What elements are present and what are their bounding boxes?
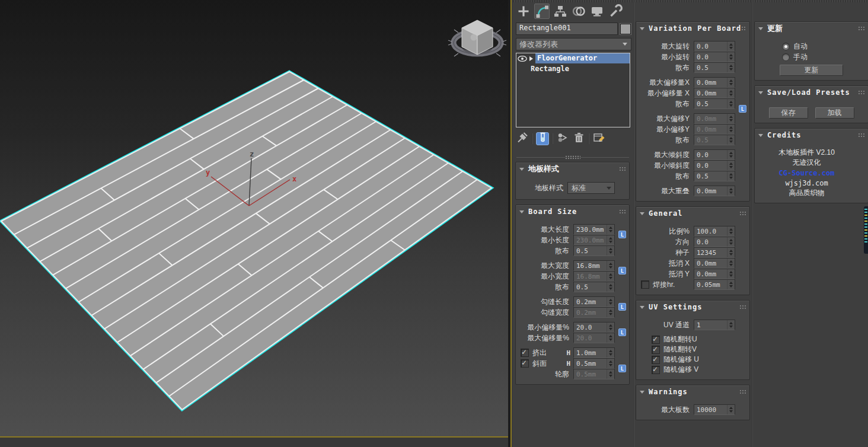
spinner-down-icon[interactable] <box>729 325 733 328</box>
spinner-arrows[interactable] <box>607 261 614 270</box>
expand-arrow-icon[interactable] <box>529 56 533 61</box>
modifier-list-dropdown[interactable]: 修改器列表 <box>516 38 631 50</box>
spinner-field[interactable]: 0.0mm <box>694 258 735 269</box>
spinner-value[interactable]: 0.0 <box>694 237 727 247</box>
spinner-value[interactable]: 0.0mm <box>694 258 727 268</box>
tab-modify[interactable] <box>534 4 550 19</box>
rollout-header[interactable]: Board Size <box>516 205 629 218</box>
spinner-field[interactable]: 0.5 <box>694 62 735 73</box>
spinner-up-icon[interactable] <box>729 188 733 190</box>
spinner-up-icon[interactable] <box>729 101 733 103</box>
spinner-value[interactable]: 0.5 <box>574 246 607 256</box>
spinner-up-icon[interactable] <box>729 260 733 263</box>
spinner-down-icon[interactable] <box>729 410 733 413</box>
spinner-value[interactable]: 1.0mm <box>574 348 607 357</box>
make-unique-button[interactable] <box>556 132 569 145</box>
spinner-value[interactable]: 0.0mm <box>694 88 727 98</box>
spinner-up-icon[interactable] <box>609 350 612 352</box>
viewport-3d[interactable]: x y z <box>0 0 508 438</box>
spinner-arrows[interactable] <box>607 323 614 332</box>
spinner-up-icon[interactable] <box>729 407 733 409</box>
spinner-arrows[interactable] <box>727 41 735 51</box>
spinner-arrows[interactable] <box>607 282 614 292</box>
spinner-down-icon[interactable] <box>609 288 612 290</box>
tab-display[interactable] <box>589 4 605 19</box>
spinner-up-icon[interactable] <box>729 271 733 273</box>
spinner-arrows[interactable] <box>727 161 735 170</box>
spinner-up-icon[interactable] <box>609 299 612 301</box>
spinner-down-icon[interactable] <box>609 266 612 269</box>
spinner-field[interactable]: 1.0mm <box>573 347 615 358</box>
spinner-value[interactable]: 0.5mm <box>574 359 607 368</box>
rollout-header[interactable]: Credits <box>755 129 868 142</box>
spinner-arrows[interactable] <box>727 171 735 181</box>
checkbox[interactable] <box>641 280 649 289</box>
spinner-field[interactable]: 0.0mm <box>694 88 735 98</box>
spinner-arrows[interactable] <box>727 150 735 159</box>
spinner-down-icon[interactable] <box>729 47 733 49</box>
spinner-value[interactable]: 0.05mm <box>694 280 727 289</box>
spinner-down-icon[interactable] <box>729 83 733 85</box>
spinner-value[interactable]: 0.0 <box>694 161 727 170</box>
rollout-collapse-arrow-icon[interactable] <box>640 306 644 309</box>
spinner-value[interactable]: 16.8mm <box>574 261 607 270</box>
spinner-arrows[interactable] <box>727 226 735 236</box>
spinner-field[interactable]: 0.0 <box>694 237 735 247</box>
spinner-arrows[interactable] <box>727 88 735 98</box>
spinner-arrows[interactable] <box>607 246 614 256</box>
rollout-header[interactable]: Variation Per Board <box>636 22 749 35</box>
spinner-value[interactable]: 0.5 <box>574 282 607 292</box>
rollout-header[interactable]: 更新 <box>755 22 868 35</box>
spinner-up-icon[interactable] <box>729 228 733 231</box>
spinner-field[interactable]: 0.0 <box>694 41 735 52</box>
spinner-down-icon[interactable] <box>729 285 733 288</box>
spinner-arrows[interactable] <box>607 297 614 306</box>
spinner-up-icon[interactable] <box>729 250 733 252</box>
rollout-collapse-arrow-icon[interactable] <box>640 391 644 394</box>
spinner-field[interactable]: 10000 <box>694 404 735 415</box>
spinner-down-icon[interactable] <box>609 302 612 305</box>
spinner-arrows[interactable] <box>727 405 735 414</box>
spinner-down-icon[interactable] <box>729 274 733 277</box>
load-preset-button[interactable]: 加载 <box>815 107 854 119</box>
spinner-field[interactable]: 0.0 <box>694 160 735 171</box>
rollout-collapse-arrow-icon[interactable] <box>640 212 644 215</box>
floor-style-dropdown[interactable]: 标准 <box>567 182 615 194</box>
pin-stack-button[interactable] <box>516 132 529 145</box>
spinner-down-icon[interactable] <box>729 264 733 266</box>
spinner-value[interactable]: 12345 <box>694 248 727 257</box>
checkbox[interactable] <box>521 359 529 368</box>
panel-splitter[interactable] <box>516 157 629 160</box>
spinner-up-icon[interactable] <box>729 65 733 67</box>
spinner-up-icon[interactable] <box>609 324 612 327</box>
checkbox[interactable] <box>652 346 660 354</box>
spinner-up-icon[interactable] <box>609 263 612 265</box>
spinner-up-icon[interactable] <box>609 360 612 363</box>
spinner-value[interactable]: 1 <box>694 320 727 330</box>
rollout-collapse-arrow-icon[interactable] <box>640 27 644 30</box>
spinner-arrows[interactable] <box>607 225 614 234</box>
spinner-field[interactable]: 0.5mm <box>573 358 615 369</box>
spinner-value[interactable]: 100.0 <box>694 226 727 236</box>
tab-motion[interactable] <box>571 4 586 19</box>
modifier-stack-item[interactable]: FloorGenerator <box>516 53 630 63</box>
spinner-field[interactable]: 0.0mm <box>694 269 735 279</box>
spinner-field[interactable]: 0.0 <box>694 52 735 62</box>
spinner-value[interactable]: 230.0mm <box>574 225 607 234</box>
spinner-down-icon[interactable] <box>729 232 733 234</box>
spinner-arrows[interactable] <box>727 78 735 87</box>
object-name-field[interactable]: Rectangle001 <box>516 23 618 35</box>
spinner-down-icon[interactable] <box>729 177 733 179</box>
spinner-field[interactable]: 230.0mm <box>573 224 615 235</box>
spinner-field[interactable]: 0.0mm <box>694 77 735 88</box>
spinner-arrows[interactable] <box>727 248 735 257</box>
spinner-field[interactable]: 1 <box>694 320 735 330</box>
spinner-down-icon[interactable] <box>729 94 733 96</box>
checkbox[interactable] <box>521 349 529 357</box>
spinner-up-icon[interactable] <box>729 322 733 324</box>
spinner-up-icon[interactable] <box>729 43 733 46</box>
spinner-down-icon[interactable] <box>609 364 612 366</box>
modifier-stack-item[interactable]: Rectangle <box>516 63 630 74</box>
viewcube-cube[interactable] <box>462 20 493 55</box>
spinner-field[interactable]: 12345 <box>694 247 735 258</box>
